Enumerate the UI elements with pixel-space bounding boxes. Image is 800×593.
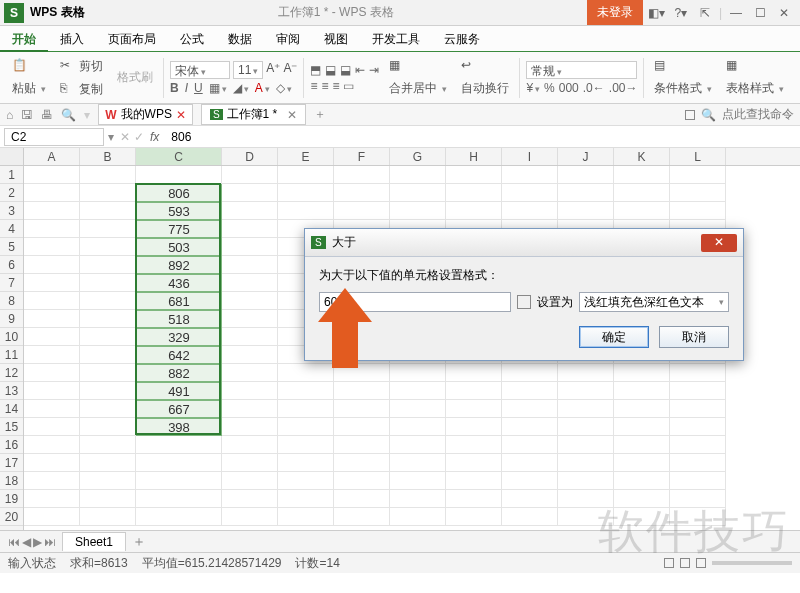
cell-C15[interactable]: 398 <box>136 418 222 436</box>
italic-button[interactable]: I <box>185 81 188 95</box>
cell-B5[interactable] <box>80 238 136 256</box>
cell-B12[interactable] <box>80 364 136 382</box>
cell-I2[interactable] <box>502 184 558 202</box>
row-header-14[interactable]: 14 <box>0 400 23 418</box>
cell-E12[interactable] <box>278 364 334 382</box>
cell-E1[interactable] <box>278 166 334 184</box>
row-header-4[interactable]: 4 <box>0 220 23 238</box>
cell-L18[interactable] <box>670 472 726 490</box>
cell-G15[interactable] <box>390 418 446 436</box>
indent-right-icon[interactable]: ⇥ <box>369 63 379 77</box>
col-header-F[interactable]: F <box>334 148 390 165</box>
cell-C9[interactable]: 518 <box>136 310 222 328</box>
align-middle-icon[interactable]: ⬓ <box>325 63 336 77</box>
increase-font-icon[interactable]: A⁺ <box>266 61 280 79</box>
cell-G12[interactable] <box>390 364 446 382</box>
cell-F18[interactable] <box>334 472 390 490</box>
cell-L12[interactable] <box>670 364 726 382</box>
merge-center-button[interactable]: ▦ <box>385 56 451 76</box>
cell-E3[interactable] <box>278 202 334 220</box>
cell-C5[interactable]: 503 <box>136 238 222 256</box>
sheet-nav-prev-icon[interactable]: ◀ <box>22 535 31 549</box>
row-header-3[interactable]: 3 <box>0 202 23 220</box>
cell-C12[interactable]: 882 <box>136 364 222 382</box>
sheet-tab[interactable]: Sheet1 <box>62 532 126 551</box>
qat-preview-icon[interactable]: 🔍 <box>61 108 76 122</box>
cell-J20[interactable] <box>558 508 614 526</box>
col-header-L[interactable]: L <box>670 148 726 165</box>
cell-E17[interactable] <box>278 454 334 472</box>
view-icon[interactable] <box>685 110 695 120</box>
sheet-nav-next-icon[interactable]: ▶ <box>33 535 42 549</box>
cell-J17[interactable] <box>558 454 614 472</box>
cell-F15[interactable] <box>334 418 390 436</box>
cell-D15[interactable] <box>222 418 278 436</box>
cell-D1[interactable] <box>222 166 278 184</box>
col-header-H[interactable]: H <box>446 148 502 165</box>
cell-A8[interactable] <box>24 292 80 310</box>
row-header-18[interactable]: 18 <box>0 472 23 490</box>
cell-D16[interactable] <box>222 436 278 454</box>
cell-F19[interactable] <box>334 490 390 508</box>
cell-D8[interactable] <box>222 292 278 310</box>
cell-H20[interactable] <box>446 508 502 526</box>
view-layout-icon[interactable] <box>680 558 690 568</box>
cell-D17[interactable] <box>222 454 278 472</box>
cell-B1[interactable] <box>80 166 136 184</box>
view-pagebreak-icon[interactable] <box>696 558 706 568</box>
cell-I13[interactable] <box>502 382 558 400</box>
percent-icon[interactable]: % <box>544 81 555 95</box>
cell-E13[interactable] <box>278 382 334 400</box>
cell-H12[interactable] <box>446 364 502 382</box>
cell-E15[interactable] <box>278 418 334 436</box>
align-left-icon[interactable]: ≡ <box>310 79 317 93</box>
cell-B17[interactable] <box>80 454 136 472</box>
cell-C6[interactable]: 892 <box>136 256 222 274</box>
cell-A16[interactable] <box>24 436 80 454</box>
cell-A17[interactable] <box>24 454 80 472</box>
cell-C7[interactable]: 436 <box>136 274 222 292</box>
cell-E2[interactable] <box>278 184 334 202</box>
minimize-button[interactable]: — <box>726 6 746 20</box>
cell-D19[interactable] <box>222 490 278 508</box>
cell-C16[interactable] <box>136 436 222 454</box>
cell-D20[interactable] <box>222 508 278 526</box>
cell-E16[interactable] <box>278 436 334 454</box>
cell-F14[interactable] <box>334 400 390 418</box>
cell-A10[interactable] <box>24 328 80 346</box>
col-header-J[interactable]: J <box>558 148 614 165</box>
paste-label[interactable]: 粘贴▾ <box>8 78 50 99</box>
cell-B19[interactable] <box>80 490 136 508</box>
cell-C1[interactable] <box>136 166 222 184</box>
fill-color-button[interactable]: ◢▾ <box>233 81 249 95</box>
cell-J3[interactable] <box>558 202 614 220</box>
cell-A18[interactable] <box>24 472 80 490</box>
cell-F16[interactable] <box>334 436 390 454</box>
cell-D7[interactable] <box>222 274 278 292</box>
cell-B18[interactable] <box>80 472 136 490</box>
cell-L14[interactable] <box>670 400 726 418</box>
cell-D2[interactable] <box>222 184 278 202</box>
menu-插入[interactable]: 插入 <box>48 26 96 52</box>
cell-L3[interactable] <box>670 202 726 220</box>
help-icon[interactable]: ?▾ <box>671 6 691 20</box>
cut-button[interactable]: ✂剪切 <box>56 56 107 77</box>
cell-H19[interactable] <box>446 490 502 508</box>
qat-print-icon[interactable]: 🖶 <box>41 108 53 122</box>
conditional-format-label[interactable]: 条件格式▾ <box>650 78 716 99</box>
ok-button[interactable]: 确定 <box>579 326 649 348</box>
cell-J12[interactable] <box>558 364 614 382</box>
cell-H15[interactable] <box>446 418 502 436</box>
qat-save-icon[interactable]: 🖫 <box>21 108 33 122</box>
cell-H16[interactable] <box>446 436 502 454</box>
tab-mywps[interactable]: W我的WPS✕ <box>98 104 193 125</box>
menu-云服务[interactable]: 云服务 <box>432 26 492 52</box>
cell-A20[interactable] <box>24 508 80 526</box>
cell-L13[interactable] <box>670 382 726 400</box>
cell-I18[interactable] <box>502 472 558 490</box>
cell-K2[interactable] <box>614 184 670 202</box>
dec-decimal-icon[interactable]: .00→ <box>609 81 638 95</box>
cell-G3[interactable] <box>390 202 446 220</box>
add-tab-button[interactable]: ＋ <box>314 106 326 123</box>
cell-B4[interactable] <box>80 220 136 238</box>
